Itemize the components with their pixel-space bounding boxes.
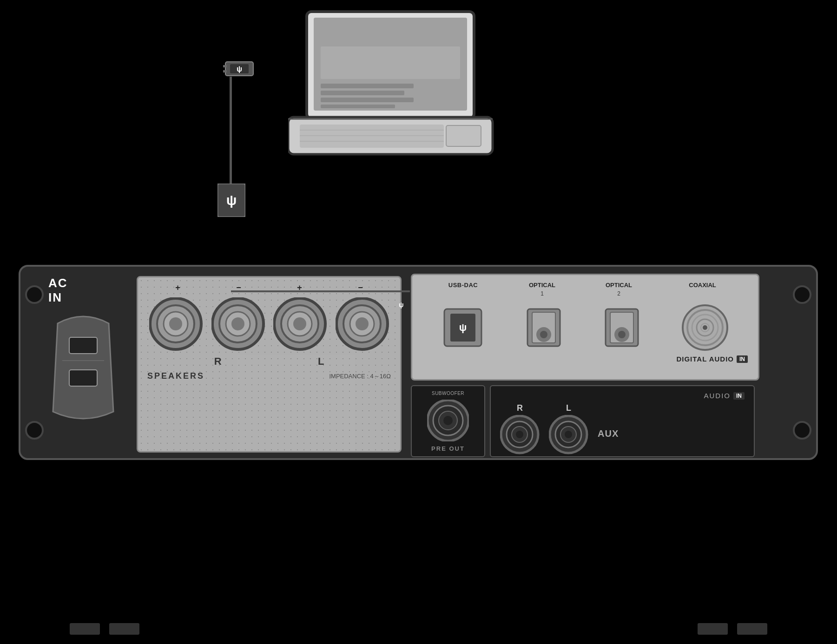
svg-rect-10 [446,125,481,146]
svg-point-47 [540,331,547,338]
bottom-right-feet [698,623,767,635]
speaker-section: + − + − [137,276,402,453]
optical-port-2 [603,307,640,348]
audio-l-label: L [566,403,571,413]
in-label: IN [48,290,127,305]
svg-text:ψ: ψ [237,65,242,73]
usb-connector-top: ψ [223,59,256,78]
svg-text:ψ: ψ [226,192,237,208]
laptop-illustration [288,9,497,163]
audio-in-badge: IN [733,392,745,400]
mount-hole-lt [25,285,44,304]
optical1-sub: 1 [540,290,544,297]
subwoofer-terminal [427,400,469,441]
svg-point-65 [516,431,523,438]
ac-in-section: AC IN [48,276,127,448]
usb-dac-label: USB-DAC [448,282,478,289]
speaker-terminal-4 [336,297,389,351]
svg-rect-18 [223,65,227,67]
svg-rect-4 [321,91,404,95]
svg-rect-19 [223,70,227,72]
speaker-minus-2: − [358,283,363,293]
audio-in-section: AUDIO IN R L [490,385,755,457]
mount-hole-lb [25,421,44,440]
diagram-container: ψ ψ AC IN [0,0,837,644]
usb-dac-port: ψ [442,307,484,348]
speaker-minus-1: − [236,283,241,293]
pre-out-section: SUBWOOFER PRE OUT [411,385,485,457]
speaker-terminal-3 [273,297,327,351]
optical-port-1 [525,307,562,348]
svg-point-61 [443,416,453,425]
mount-hole-rb [793,421,811,440]
optical1-label: OPTICAL [529,282,555,289]
subwoofer-label: SUBWOOFER [432,391,464,396]
pre-out-label: PRE OUT [431,445,465,452]
svg-point-51 [618,331,626,338]
svg-rect-23 [69,370,97,386]
usb-connector-bottom [221,215,244,234]
speaker-r-label: R [214,355,222,368]
svg-point-32 [231,317,244,330]
svg-rect-6 [321,105,395,108]
power-connector-svg [48,309,118,426]
digital-audio-section: USB-DAC OPTICAL 1 OPTICAL 2 COAXIAL [411,274,759,381]
speakers-label: SPEAKERS [147,371,204,381]
speaker-terminal-2 [211,297,265,351]
svg-point-28 [169,317,182,330]
digital-in-badge: IN [737,355,748,363]
audio-r-label: R [517,403,523,413]
coaxial-port [682,304,728,351]
speaker-terminal-1 [149,297,203,351]
svg-rect-22 [69,337,97,354]
usb-symbol-cable: ψ [217,184,245,217]
svg-rect-9 [300,125,444,148]
svg-rect-7 [321,46,460,79]
speaker-plus-1: + [175,283,180,293]
bottom-left-feet [70,623,139,635]
svg-point-40 [356,317,369,330]
speaker-l-label: L [318,355,324,368]
impedance-label: IMPEDANCE : 4～16Ω [329,372,391,381]
audio-terminal-l [549,415,588,454]
svg-point-69 [565,431,572,438]
audio-label: AUDIO [704,392,731,400]
svg-point-36 [293,317,306,330]
digital-audio-label: DIGITAL AUDIO [676,355,734,363]
optical2-label: OPTICAL [606,282,632,289]
svg-rect-5 [321,98,414,102]
svg-point-57 [703,325,707,330]
speaker-plus-2: + [297,283,302,293]
ac-label: AC [48,276,68,290]
coaxial-label: COAXIAL [689,282,716,289]
optical2-sub: 2 [617,290,620,297]
mount-hole-rt [793,285,811,304]
audio-terminal-r [500,415,540,454]
amplifier-unit: AC IN + − + [19,265,818,460]
svg-text:ψ: ψ [459,322,467,333]
svg-rect-3 [321,84,414,88]
aux-label: AUX [598,428,619,439]
